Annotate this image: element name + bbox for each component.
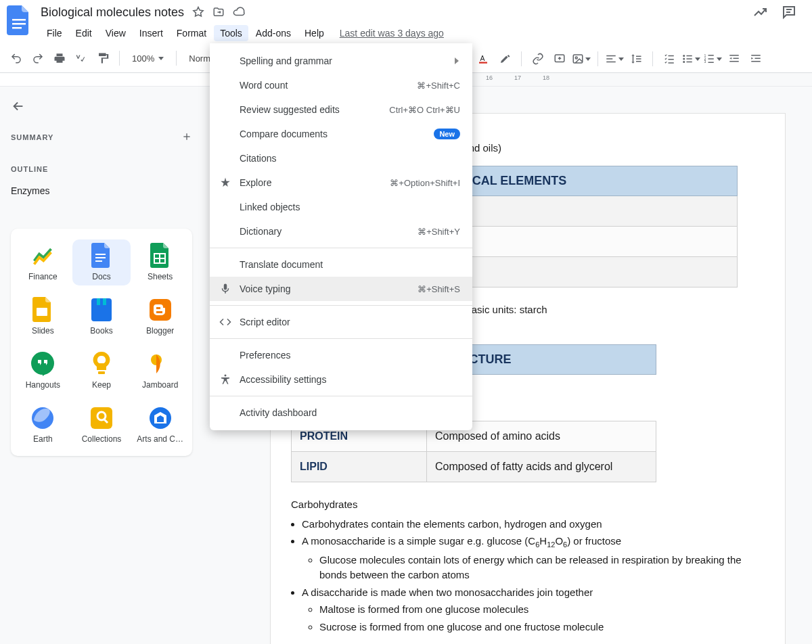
menu-format[interactable]: Format <box>171 25 212 41</box>
paint-format-button[interactable] <box>93 49 112 68</box>
comments-icon[interactable] <box>781 4 797 23</box>
spacing-button[interactable] <box>627 49 646 68</box>
document-title[interactable]: Biological molecules notes <box>41 5 184 20</box>
app-label: Books <box>90 326 112 336</box>
tools-voice-typing[interactable]: Voice typing⌘+Shift+S <box>210 277 472 301</box>
svg-rect-13 <box>606 58 612 60</box>
trend-icon[interactable] <box>752 4 769 23</box>
undo-button[interactable] <box>7 49 26 68</box>
bullet-list: Carbohydrates contain the elements carbo… <box>302 517 765 635</box>
star-icon[interactable] <box>192 6 204 18</box>
list-item: A monosaccharide is a simple sugar e.g. … <box>302 534 765 583</box>
app-label: Sheets <box>148 272 173 281</box>
align-button[interactable] <box>605 49 624 68</box>
title-bar: Biological molecules notes File Edit Vie… <box>0 0 812 43</box>
app-label: Slides <box>32 326 54 336</box>
app-docs[interactable]: Docs <box>72 239 131 285</box>
menu-help[interactable]: Help <box>298 25 330 41</box>
menu-insert[interactable]: Insert <box>133 25 169 41</box>
ruler-tick: 16 <box>486 75 493 82</box>
outline-item[interactable]: Enzymes <box>11 185 192 196</box>
svg-rect-32 <box>751 61 761 62</box>
link-button[interactable] <box>528 49 547 68</box>
svg-rect-14 <box>606 62 616 63</box>
app-sheets[interactable]: Sheets <box>131 239 189 285</box>
indent-button[interactable] <box>746 49 765 68</box>
svg-point-11 <box>575 57 577 59</box>
app-finance[interactable]: Finance <box>14 239 72 285</box>
app-icon <box>89 406 114 430</box>
menu-edit[interactable]: Edit <box>70 25 98 41</box>
bullet-list-button[interactable] <box>681 49 700 68</box>
app-jamboard[interactable]: Jamboard <box>131 348 189 394</box>
menu-view[interactable]: View <box>99 25 132 41</box>
dropdown-label: Dictionary <box>240 226 281 237</box>
checklist-button[interactable] <box>660 49 679 68</box>
app-books[interactable]: Books <box>72 294 131 340</box>
app-label: Blogger <box>146 326 174 336</box>
numbered-list-button[interactable]: 123 <box>703 49 722 68</box>
app-icon <box>148 406 173 430</box>
app-label: Collections <box>82 434 122 444</box>
redo-button[interactable] <box>28 49 47 68</box>
tools-word-count[interactable]: Word count⌘+Shift+C <box>210 73 472 97</box>
menu-file[interactable]: File <box>41 25 68 41</box>
cloud-icon[interactable] <box>233 6 245 18</box>
tools-explore[interactable]: Explore⌘+Option+Shift+I <box>210 170 472 195</box>
print-button[interactable] <box>50 49 69 68</box>
new-badge: New <box>434 129 460 139</box>
outdent-button[interactable] <box>725 49 744 68</box>
dropdown-label: Compare documents <box>240 129 328 139</box>
svg-rect-37 <box>95 260 102 262</box>
app-label: Hangouts <box>26 380 60 390</box>
tools-spelling-and-grammar[interactable]: Spelling and grammar <box>210 49 472 73</box>
menu-tools[interactable]: Tools <box>214 25 248 41</box>
tools-review-suggested-edits[interactable]: Review suggested editsCtrl+⌘O Ctrl+⌘U <box>210 97 472 122</box>
submenu-arrow-icon <box>453 55 460 66</box>
tools-preferences[interactable]: Preferences <box>210 343 472 367</box>
last-edit-link[interactable]: Last edit was 3 days ago <box>340 28 444 39</box>
summary-heading: SUMMARY <box>11 133 53 141</box>
app-arts-and-c-[interactable]: Arts and C… <box>131 402 189 448</box>
app-icon <box>89 352 114 376</box>
svg-text:A: A <box>480 54 485 62</box>
highlight-button[interactable] <box>495 49 514 68</box>
app-hangouts[interactable]: Hangouts <box>14 348 72 394</box>
add-summary-icon[interactable] <box>181 131 192 143</box>
app-keep[interactable]: Keep <box>72 348 131 394</box>
image-button[interactable] <box>572 49 591 68</box>
app-blogger[interactable]: Blogger <box>131 294 189 340</box>
comment-button[interactable] <box>550 49 569 68</box>
menu-addons[interactable]: Add-ons <box>250 25 297 41</box>
tools-accessibility-settings[interactable]: Accessibility settings <box>210 367 472 392</box>
explore-icon <box>219 177 231 189</box>
app-icon <box>148 244 173 268</box>
move-icon[interactable] <box>212 6 225 18</box>
zoom-select[interactable]: 100% <box>127 53 169 64</box>
app-earth[interactable]: Earth <box>14 402 72 448</box>
tools-citations[interactable]: Citations <box>210 146 472 170</box>
tools-dictionary[interactable]: Dictionary⌘+Shift+Y <box>210 219 472 244</box>
tools-activity-dashboard[interactable]: Activity dashboard <box>210 400 472 425</box>
app-icon <box>89 298 114 322</box>
spellcheck-button[interactable] <box>72 49 91 68</box>
back-arrow-icon[interactable] <box>11 99 192 116</box>
svg-rect-26 <box>708 62 714 64</box>
tools-script-editor[interactable]: Script editor <box>210 310 472 334</box>
app-collections[interactable]: Collections <box>72 402 131 448</box>
svg-rect-27 <box>729 55 739 56</box>
text-color-button[interactable]: A <box>474 49 493 68</box>
docs-app-icon[interactable] <box>5 7 32 34</box>
tools-dropdown: Spelling and grammarWord count⌘+Shift+CR… <box>210 43 472 430</box>
tools-compare-documents[interactable]: Compare documentsNew <box>210 122 472 146</box>
tools-linked-objects[interactable]: Linked objects <box>210 195 472 219</box>
svg-point-52 <box>150 407 171 429</box>
svg-rect-43 <box>97 298 100 305</box>
dropdown-label: Citations <box>240 153 276 164</box>
dropdown-label: Preferences <box>240 350 290 361</box>
svg-rect-36 <box>95 257 106 258</box>
shortcut-hint: ⌘+Shift+C <box>417 80 460 91</box>
tools-translate-document[interactable]: Translate document <box>210 252 472 277</box>
app-slides[interactable]: Slides <box>14 294 72 340</box>
dropdown-label: Review suggested edits <box>240 104 340 115</box>
